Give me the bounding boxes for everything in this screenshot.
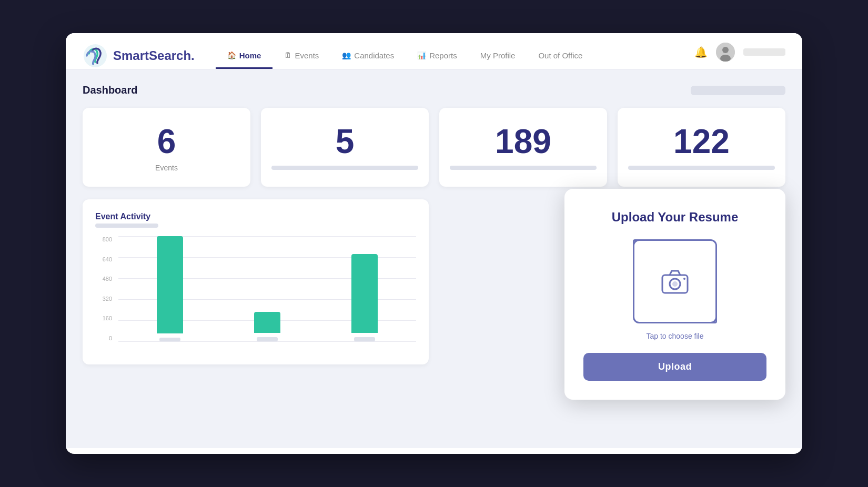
stat-card-4[interactable]: 122: [618, 108, 785, 187]
home-icon: 🏠: [227, 51, 236, 59]
chart-area: 800 640 480 320 160 0: [95, 236, 416, 352]
stat-number-4: 122: [628, 125, 775, 158]
bar-group-2: [221, 236, 314, 341]
svg-point-2: [722, 47, 729, 53]
tap-to-choose-label: Tap to choose file: [647, 332, 704, 340]
svg-point-7: [683, 278, 685, 280]
header: SmartSearch. 🏠 Home 🗓 Events 👥 Candidate…: [66, 33, 802, 69]
events-icon: 🗓: [284, 51, 291, 59]
stat-cards: 6 Events 5 189 122: [83, 108, 785, 187]
stat-bar-3: [450, 166, 597, 170]
main-content: Dashboard 6 Events 5 189 122: [66, 69, 802, 448]
avatar[interactable]: [716, 43, 735, 62]
nav-reports[interactable]: 📊 Reports: [406, 44, 469, 69]
header-right: 🔔: [694, 43, 785, 69]
stat-number-3: 189: [450, 125, 597, 158]
stat-bar-2: [271, 166, 418, 170]
chart-subtitle-bar: [95, 224, 158, 228]
bottom-section: Event Activity 800 640 480 320 160 0: [83, 199, 785, 364]
main-nav: 🏠 Home 🗓 Events 👥 Candidates 📊 Reports M…: [216, 44, 694, 68]
bar-3: [351, 254, 378, 333]
bar-x-label-1: [159, 338, 180, 341]
nav-home[interactable]: 🏠 Home: [216, 44, 273, 69]
stat-bar-4: [628, 166, 775, 170]
upload-drop-zone[interactable]: [633, 239, 717, 323]
chart-card: Event Activity 800 640 480 320 160 0: [83, 199, 429, 364]
stat-card-2[interactable]: 5: [261, 108, 429, 187]
user-name: [743, 48, 785, 56]
upload-button[interactable]: Upload: [583, 353, 766, 381]
nav-out-of-office[interactable]: Out of Office: [527, 44, 594, 69]
y-axis: 800 640 480 320 160 0: [95, 236, 116, 341]
candidates-icon: 👥: [342, 51, 351, 59]
stat-card-3[interactable]: 189: [439, 108, 607, 187]
dashboard-title: Dashboard: [83, 84, 137, 96]
app-window: SmartSearch. 🏠 Home 🗓 Events 👥 Candidate…: [66, 33, 802, 454]
stat-number-events: 6: [93, 125, 240, 158]
nav-my-profile[interactable]: My Profile: [469, 44, 527, 69]
upload-title: Upload Your Resume: [612, 210, 739, 225]
bar-x-label-3: [354, 337, 375, 341]
bar-2: [254, 312, 280, 333]
logo-area: SmartSearch.: [83, 43, 195, 68]
logo-text: SmartSearch.: [113, 48, 195, 63]
reports-icon: 📊: [417, 51, 426, 59]
notification-bell-icon[interactable]: 🔔: [694, 46, 708, 58]
dashboard-filter[interactable]: [691, 86, 785, 95]
chart-title: Event Activity: [95, 212, 416, 221]
nav-events[interactable]: 🗓 Events: [272, 44, 330, 69]
bars-container: [118, 236, 416, 341]
bar-1: [157, 236, 183, 333]
stat-label-events: Events: [93, 164, 240, 172]
logo-icon: [83, 43, 108, 68]
bar-group-1: [124, 236, 217, 341]
nav-candidates[interactable]: 👥 Candidates: [330, 44, 406, 69]
stat-number-2: 5: [271, 125, 418, 158]
bar-x-label-2: [257, 337, 278, 341]
dashboard-header: Dashboard: [83, 84, 785, 96]
upload-resume-modal: Upload Your Resume Tap to choose file Up…: [564, 189, 785, 400]
svg-point-6: [672, 281, 678, 287]
bar-group-3: [318, 236, 411, 341]
stat-card-events[interactable]: 6 Events: [83, 108, 250, 187]
camera-icon: [658, 265, 692, 298]
